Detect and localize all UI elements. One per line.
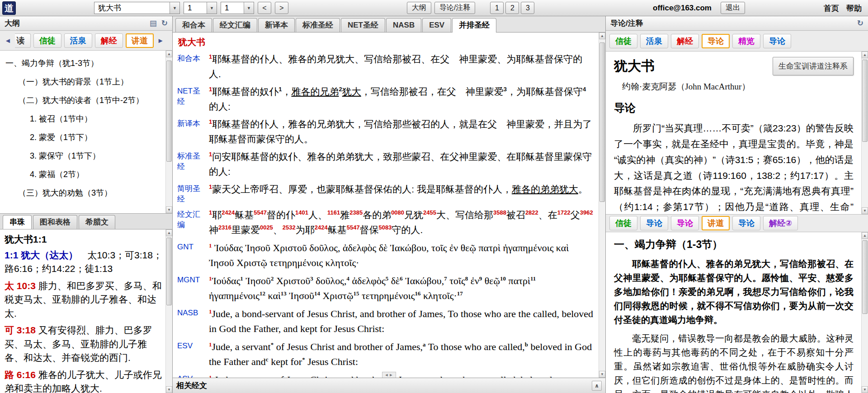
crossref-reference[interactable]: 太 10:3 bbox=[5, 281, 36, 291]
home-link[interactable]: 首页 bbox=[824, 3, 839, 14]
version-tab-ESV[interactable]: ESV bbox=[422, 18, 451, 32]
left-tab-3-活泉[interactable]: 活泉 bbox=[64, 33, 92, 48]
version-tab-NET圣经[interactable]: NET圣经 bbox=[341, 18, 385, 32]
scrollbar-track[interactable] bbox=[862, 58, 868, 207]
crossref-scrollbar[interactable]: ▲▼ bbox=[165, 229, 172, 393]
sermon-tab-2-导论[interactable]: 导论 bbox=[640, 216, 668, 230]
scroll-down-icon[interactable]: ▼ bbox=[862, 207, 868, 214]
help-link[interactable]: 帮助 bbox=[846, 3, 862, 14]
scroll-up-icon[interactable]: ▲ bbox=[166, 229, 172, 236]
left-tab-2-信徒[interactable]: 信徒 bbox=[33, 33, 61, 48]
scroll-up-icon[interactable]: ▲ bbox=[166, 51, 172, 57]
scroll-up-icon[interactable]: ▲ bbox=[599, 33, 605, 39]
scrollbar-thumb[interactable] bbox=[862, 240, 868, 314]
scrollbar-thumb[interactable] bbox=[166, 61, 172, 162]
sermon-tab-3-导论[interactable]: 导论 bbox=[671, 216, 699, 230]
layout-button-1[interactable]: 1 bbox=[490, 2, 504, 14]
sermon-tab-5-导论[interactable]: 导论 bbox=[732, 216, 760, 230]
outline-item-7[interactable]: 4. 蒙福（2节） bbox=[0, 165, 164, 184]
horizontal-resize-handle[interactable]: ◄► bbox=[382, 372, 396, 378]
version-label-ASV[interactable]: ASV bbox=[177, 372, 206, 378]
notes-tab-5-精览[interactable]: 精览 bbox=[732, 34, 760, 48]
notes-tab-3-解经[interactable]: 解经 bbox=[671, 34, 699, 48]
notes-tab-2-活泉[interactable]: 活泉 bbox=[640, 34, 668, 48]
verse-segment: 父 bbox=[571, 210, 580, 220]
outline-scrollbar[interactable]: ▲▼ bbox=[165, 51, 172, 213]
version-label-GNT[interactable]: GNT bbox=[177, 240, 206, 270]
book-select[interactable]: 犹大书 ▼ bbox=[94, 2, 180, 14]
chapter-select[interactable]: 1 ▼ bbox=[184, 2, 217, 14]
outline-item-2[interactable]: （一）犹大书的背景（1节上） bbox=[0, 73, 164, 91]
version-tab-经文汇编[interactable]: 经文汇编 bbox=[213, 18, 257, 32]
scroll-down-icon[interactable]: ▼ bbox=[599, 371, 605, 378]
outline-item-6[interactable]: 3. 蒙保守（1节下） bbox=[0, 147, 164, 165]
related-verses-bar[interactable]: 相关经文 ∧ bbox=[173, 378, 605, 393]
crossref-reference[interactable]: 路 6:16 bbox=[5, 370, 36, 380]
introduction-scrollbar[interactable]: ▲▼ bbox=[861, 51, 868, 214]
scroll-down-icon[interactable]: ▼ bbox=[166, 206, 172, 213]
left-tab-4-解经[interactable]: 解经 bbox=[95, 33, 123, 48]
version-label-新译本[interactable]: 新译本 bbox=[177, 117, 206, 146]
app-logo[interactable]: 道 bbox=[2, 1, 16, 15]
outline-item-5[interactable]: 2. 蒙爱（1节下） bbox=[0, 128, 164, 147]
tabs-scroll-right-icon[interactable]: ► bbox=[156, 37, 165, 44]
layout-button-2[interactable]: 2 bbox=[505, 2, 519, 14]
sermon-tab-6-解经②[interactable]: 解经② bbox=[763, 216, 798, 230]
intro-notes-button[interactable]: 导论/注释 bbox=[434, 2, 475, 14]
outline-item-8[interactable]: （三）犹大的劝勉（3节） bbox=[0, 184, 164, 202]
collapse-icon[interactable]: ∧ bbox=[592, 381, 602, 391]
notes-tab-4-导论[interactable]: 导论 bbox=[702, 34, 730, 48]
notes-tab-1-信徒[interactable]: 信徒 bbox=[609, 34, 637, 48]
version-label-NET圣经[interactable]: NET圣经 bbox=[177, 84, 206, 114]
scrollbar-thumb[interactable] bbox=[166, 238, 172, 305]
version-tab-和合本[interactable]: 和合本 bbox=[175, 18, 212, 32]
sermon-scrollbar[interactable]: ▲▼ bbox=[861, 232, 868, 393]
version-label-简明圣经[interactable]: 简明圣经 bbox=[177, 182, 206, 205]
crossref-reference[interactable]: 1:1 犹大（达太） bbox=[5, 250, 78, 260]
sermon-tab-4-讲道[interactable]: 讲道 bbox=[702, 216, 730, 230]
verse-select[interactable]: 1 ▼ bbox=[221, 2, 254, 14]
version-label-经文汇编[interactable]: 经文汇编 bbox=[177, 208, 206, 237]
tabs-scroll-left-icon[interactable]: ◄ bbox=[4, 37, 12, 44]
scrollbar-track[interactable] bbox=[599, 39, 605, 371]
layout-button-3[interactable]: 3 bbox=[521, 2, 534, 14]
bottom-tab-图和表格[interactable]: 图和表格 bbox=[33, 215, 77, 229]
scrollbar-track[interactable] bbox=[166, 236, 172, 386]
version-label-标准圣经[interactable]: 标准圣经 bbox=[177, 150, 206, 179]
version-tab-NASB[interactable]: NASB bbox=[386, 18, 421, 32]
sermon-tab-1-信徒[interactable]: 信徒 bbox=[609, 216, 637, 230]
version-tab-并排圣经[interactable]: 并排圣经 bbox=[452, 18, 496, 33]
scroll-up-icon[interactable]: ▲ bbox=[862, 232, 868, 239]
document-icon[interactable]: ▤ bbox=[150, 19, 157, 28]
scroll-down-icon[interactable]: ▼ bbox=[862, 386, 868, 393]
logout-button[interactable]: 退出 bbox=[721, 2, 745, 14]
version-label-NASB[interactable]: NASB bbox=[177, 306, 206, 336]
scrollbar-thumb[interactable] bbox=[599, 42, 605, 201]
version-label-和合本[interactable]: 和合本 bbox=[177, 52, 206, 81]
version-label-MGNT[interactable]: MGNT bbox=[177, 273, 206, 303]
version-label-ESV[interactable]: ESV bbox=[177, 339, 206, 369]
version-tab-标准圣经[interactable]: 标准圣经 bbox=[296, 18, 340, 32]
bottom-tab-串珠[interactable]: 串珠 bbox=[3, 215, 32, 229]
scrollbar-track[interactable] bbox=[862, 239, 868, 386]
version-tab-新译本[interactable]: 新译本 bbox=[258, 18, 295, 32]
refresh-icon[interactable]: ↻ bbox=[857, 19, 863, 28]
scroll-up-icon[interactable]: ▲ bbox=[862, 51, 868, 58]
bottom-tab-希腊文[interactable]: 希腊文 bbox=[79, 215, 115, 229]
outline-item-1[interactable]: 一、竭力争辩（犹1-3节） bbox=[0, 54, 164, 73]
bible-scrollbar[interactable]: ▲▼ bbox=[599, 33, 605, 378]
left-tab-1-读[interactable]: 读 bbox=[15, 33, 31, 48]
prev-button[interactable]: < bbox=[258, 2, 271, 14]
outline-item-3[interactable]: （二）犹大书的读者（1节中-2节） bbox=[0, 91, 164, 110]
crossref-reference[interactable]: 可 3:18 bbox=[5, 325, 36, 335]
scroll-down-icon[interactable]: ▼ bbox=[166, 386, 172, 393]
refresh-icon[interactable]: ↻ bbox=[161, 19, 168, 28]
outline-button[interactable]: 大纲 bbox=[407, 2, 431, 14]
left-tab-5-讲道[interactable]: 讲道 bbox=[126, 33, 154, 48]
scrollbar-thumb[interactable] bbox=[862, 60, 868, 142]
scrollbar-track[interactable] bbox=[166, 57, 172, 206]
next-button[interactable]: > bbox=[275, 2, 288, 14]
outline-item-4[interactable]: 1. 被召（1节中） bbox=[0, 110, 164, 128]
notes-tab-6-导论[interactable]: 导论 bbox=[763, 34, 791, 48]
commentary-series-button[interactable]: 生命宝训讲道注释系 bbox=[773, 57, 854, 75]
